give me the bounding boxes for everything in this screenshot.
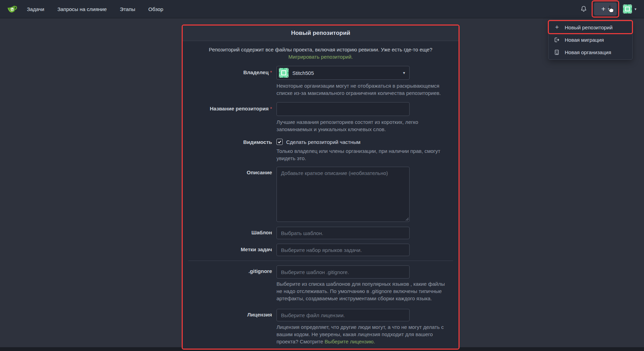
create-dropdown-menu: + Новый репозиторий Новая миграция Новая… <box>548 20 633 60</box>
gitignore-input[interactable] <box>276 265 410 279</box>
private-checkbox-label: Сделать репозиторий частным <box>286 139 361 145</box>
private-checkbox[interactable] <box>276 139 283 145</box>
chevron-down-icon: ▾ <box>634 7 636 11</box>
menu-item-new-migration[interactable]: Новая миграция <box>549 33 632 46</box>
plus-icon: + <box>601 5 605 12</box>
nav-link-issues[interactable]: Задачи <box>27 6 44 12</box>
chevron-down-icon: ▾ <box>608 7 610 11</box>
visibility-row: Видимость Сделать репозиторий частным То… <box>188 139 454 162</box>
menu-item-label: Новая организация <box>565 49 611 55</box>
repo-name-input[interactable] <box>276 102 410 116</box>
template-input[interactable] <box>276 227 410 239</box>
form-title: Новый репозиторий <box>183 26 459 41</box>
plus-icon: + <box>554 24 560 30</box>
description-label: Описание <box>188 167 276 175</box>
navbar: b Задачи Запросы на слияние Этапы Обзор … <box>0 0 644 18</box>
menu-item-new-repository[interactable]: + Новый репозиторий <box>549 21 632 33</box>
user-menu[interactable]: ▾ <box>623 4 636 13</box>
migrate-icon <box>554 37 560 43</box>
navbar-right: + ▾ <box>580 2 636 16</box>
owner-value: Stitch505 <box>292 70 399 76</box>
checkmark-icon <box>278 140 282 144</box>
visibility-label: Видимость <box>188 139 276 145</box>
new-repo-form: Новый репозиторий Репозиторий содержит в… <box>183 26 459 349</box>
section-divider <box>188 261 453 261</box>
description-row: Описание <box>188 167 454 222</box>
nav-link-pulls[interactable]: Запросы на слияние <box>57 6 107 12</box>
notifications-bell-icon[interactable] <box>580 5 588 13</box>
owner-help: Некоторые организации могут не отображат… <box>276 82 451 97</box>
owner-row: Владелец <box>188 66 454 97</box>
repo-name-label: Название репозитория <box>188 102 276 111</box>
create-new-wrap: + ▾ <box>594 2 617 16</box>
gitignore-label: .gitignore <box>188 265 276 274</box>
owner-select[interactable]: Stitch505 ▾ <box>276 66 410 80</box>
gitignore-row: .gitignore Выберите из списка шаблонов д… <box>188 265 454 302</box>
license-help: Лицензия определяет, что другие люди мог… <box>276 323 451 345</box>
license-label: Лицензия <box>188 309 276 318</box>
menu-item-label: Новый репозиторий <box>565 25 613 30</box>
chevron-down-icon: ▾ <box>403 70 405 75</box>
gitignore-help: Выберите из списка шаблонов для популярн… <box>276 280 451 302</box>
issue-labels-input[interactable] <box>276 244 410 256</box>
form-body: Репозиторий содержит все файлы проекта, … <box>183 41 459 349</box>
create-new-button[interactable]: + ▾ <box>594 2 617 16</box>
menu-item-new-organization[interactable]: Новая организация <box>549 46 632 58</box>
annotation-box-form: Новый репозиторий Репозиторий содержит в… <box>182 25 460 350</box>
menu-item-label: Новая миграция <box>565 37 604 43</box>
page: b Задачи Запросы на слияние Этапы Обзор … <box>0 0 644 351</box>
gitea-logo-icon[interactable]: b <box>6 3 18 15</box>
template-row: Шаблон <box>188 227 454 239</box>
owner-avatar <box>279 68 289 78</box>
repo-name-help: Лучшие названия репозиториев состоят из … <box>276 118 451 133</box>
nav-link-explore[interactable]: Обзор <box>148 6 163 12</box>
license-row: Лицензия Лицензия определяет, что другие… <box>188 309 454 345</box>
repo-name-row: Название репозитория Лучшие названия реп… <box>188 102 454 133</box>
template-label: Шаблон <box>188 227 276 235</box>
issue-labels-row: Метки задач <box>188 244 454 256</box>
visibility-help: Только владелец или члены организации, п… <box>276 147 447 162</box>
issue-labels-label: Метки задач <box>188 244 276 252</box>
organization-icon <box>554 49 560 55</box>
nav-link-milestones[interactable]: Этапы <box>120 6 135 12</box>
intro-text: Репозиторий содержит все файлы проекта, … <box>209 47 432 52</box>
user-avatar <box>623 4 632 13</box>
nav-links: Задачи Запросы на слияние Этапы Обзор <box>27 6 163 12</box>
license-input[interactable] <box>276 309 410 321</box>
owner-label: Владелец <box>188 66 276 75</box>
form-intro: Репозиторий содержит все файлы проекта, … <box>200 46 441 60</box>
description-textarea[interactable] <box>276 167 410 222</box>
migrate-repository-link[interactable]: Мигрировать репозиторий. <box>289 54 353 60</box>
choose-license-link[interactable]: Выберите лицензию. <box>324 339 375 344</box>
